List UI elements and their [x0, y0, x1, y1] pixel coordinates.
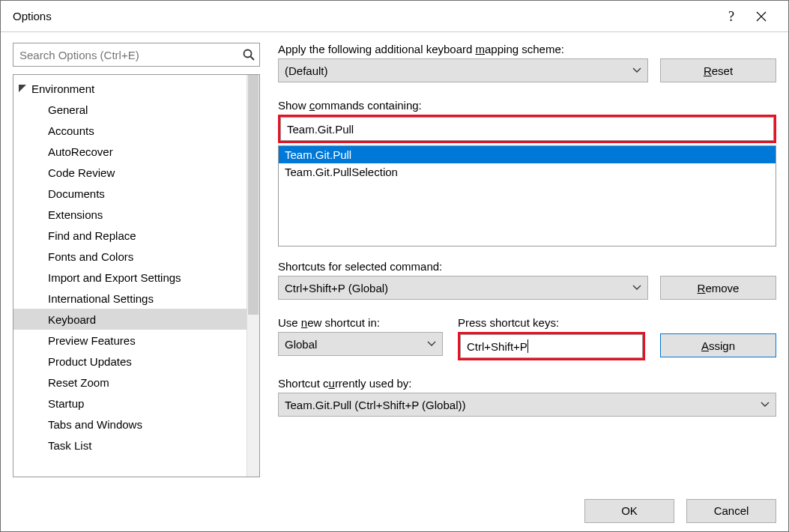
use-in-dropdown[interactable]: Global [278, 332, 443, 356]
tree-item-code-review[interactable]: Code Review [13, 162, 259, 183]
svg-point-3 [244, 50, 252, 58]
shortcuts-dropdown[interactable]: Ctrl+Shift+P (Global) [278, 276, 648, 300]
remove-button[interactable]: Remove [660, 276, 776, 300]
expander-icon [18, 84, 27, 93]
tree-item-find-and-replace[interactable]: Find and Replace [13, 225, 259, 246]
commands-filter-input[interactable] [280, 117, 774, 141]
search-input[interactable] [13, 49, 238, 61]
use-in-value: Global [285, 338, 317, 351]
assign-button[interactable]: Assign [660, 333, 776, 357]
tree-item-import-and-export-settings[interactable]: Import and Export Settings [13, 267, 259, 288]
tree-item-task-list[interactable]: Task List [13, 435, 259, 456]
tree-item-reset-zoom[interactable]: Reset Zoom [13, 372, 259, 393]
press-keys-input[interactable]: Ctrl+Shift+P [460, 334, 643, 358]
svg-text:?: ? [728, 10, 734, 23]
tree-item-extensions[interactable]: Extensions [13, 204, 259, 225]
used-by-label: Shortcut currently used by: [278, 377, 776, 390]
reset-button[interactable]: Reset [660, 58, 776, 82]
chevron-down-icon [632, 285, 641, 291]
text-cursor [527, 339, 528, 353]
mapping-scheme-dropdown[interactable]: (Default) [278, 58, 648, 82]
svg-line-4 [251, 57, 255, 61]
use-in-label: Use new shortcut in: [278, 316, 443, 329]
tree-item-documents[interactable]: Documents [13, 183, 259, 204]
used-by-dropdown[interactable]: Team.Git.Pull (Ctrl+Shift+P (Global)) [278, 393, 776, 417]
chevron-down-icon [761, 402, 770, 408]
options-dialog: Options ? EnvironmentGeneralAccountsAuto… [0, 0, 789, 532]
tree-item-fonts-and-colors[interactable]: Fonts and Colors [13, 246, 259, 267]
left-pane: EnvironmentGeneralAccountsAutoRecoverCod… [13, 43, 260, 477]
svg-marker-5 [19, 85, 26, 92]
close-icon[interactable] [746, 1, 776, 32]
tree-item-preview-features[interactable]: Preview Features [13, 330, 259, 351]
commands-filter-label: Show commands containing: [278, 99, 776, 112]
shortcuts-value: Ctrl+Shift+P (Global) [285, 282, 388, 294]
chevron-down-icon [632, 67, 641, 73]
press-keys-label: Press shortcut keys: [458, 316, 645, 329]
right-pane: Apply the following additional keyboard … [278, 43, 776, 477]
search-icon[interactable] [238, 49, 259, 61]
command-list-item[interactable]: Team.Git.PullSelection [279, 163, 776, 181]
tree-item-product-updates[interactable]: Product Updates [13, 351, 259, 372]
tree-item-general[interactable]: General [13, 99, 259, 120]
shortcuts-label: Shortcuts for selected command: [278, 260, 776, 273]
window-title: Options [13, 10, 52, 22]
options-tree[interactable]: EnvironmentGeneralAccountsAutoRecoverCod… [13, 74, 260, 477]
mapping-scheme-value: (Default) [285, 64, 328, 77]
tree-item-startup[interactable]: Startup [13, 393, 259, 414]
tree-item-autorecover[interactable]: AutoRecover [13, 141, 259, 162]
mapping-scheme-label: Apply the following additional keyboard … [278, 43, 776, 55]
commands-list[interactable]: Team.Git.PullTeam.Git.PullSelection [278, 145, 776, 247]
tree-item-environment[interactable]: Environment [13, 78, 259, 99]
cancel-button[interactable]: Cancel [686, 499, 776, 523]
help-icon[interactable]: ? [716, 1, 746, 32]
tree-item-tabs-and-windows[interactable]: Tabs and Windows [13, 414, 259, 435]
dialog-footer: OK Cancel [1, 489, 788, 531]
scrollbar-thumb[interactable] [248, 75, 259, 315]
search-box[interactable] [13, 43, 260, 67]
titlebar: Options ? [1, 1, 788, 32]
tree-scrollbar[interactable] [247, 75, 259, 477]
tree-item-accounts[interactable]: Accounts [13, 120, 259, 141]
tree-item-international-settings[interactable]: International Settings [13, 288, 259, 309]
command-list-item[interactable]: Team.Git.Pull [279, 146, 776, 163]
ok-button[interactable]: OK [584, 499, 674, 523]
tree-item-keyboard[interactable]: Keyboard [13, 309, 259, 330]
chevron-down-icon [427, 341, 436, 347]
used-by-value: Team.Git.Pull (Ctrl+Shift+P (Global)) [285, 399, 465, 411]
